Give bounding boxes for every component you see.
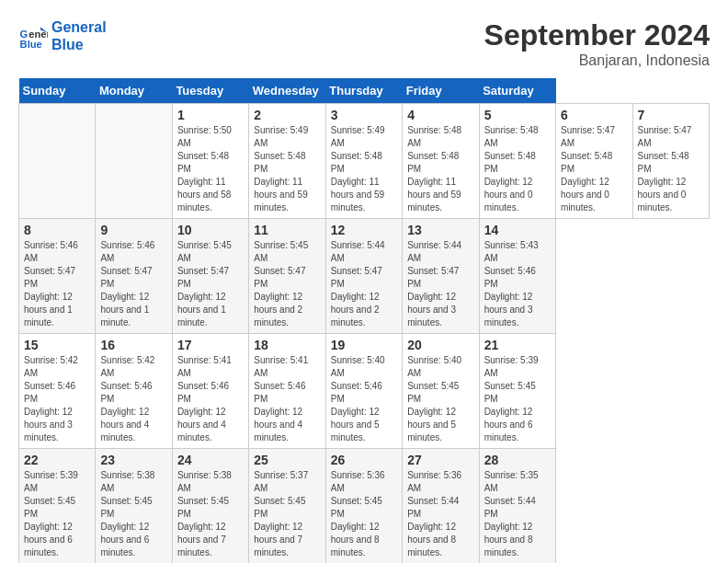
week-row-3: 15Sunrise: 5:42 AMSunset: 5:46 PMDayligh… [19,334,710,449]
day-cell: 24Sunrise: 5:38 AMSunset: 5:45 PMDayligh… [172,449,248,564]
week-row-4: 22Sunrise: 5:39 AMSunset: 5:45 PMDayligh… [19,449,710,564]
day-info: Sunrise: 5:37 AMSunset: 5:45 PMDaylight:… [254,469,320,559]
day-info: Sunrise: 5:47 AMSunset: 5:48 PMDaylight:… [561,124,627,214]
day-info: Sunrise: 5:45 AMSunset: 5:47 PMDaylight:… [254,239,320,329]
logo-text: GeneralBlue [51,18,107,53]
day-number: 23 [100,453,166,467]
day-number: 6 [561,108,627,122]
day-cell: 7Sunrise: 5:47 AMSunset: 5:48 PMDaylight… [632,104,710,219]
day-cell: 28Sunrise: 5:35 AMSunset: 5:44 PMDayligh… [479,449,555,564]
day-number: 14 [484,223,551,237]
svg-text:G: G [20,29,28,40]
day-cell: 8Sunrise: 5:46 AMSunset: 5:47 PMDaylight… [19,219,96,334]
col-header-wednesday: Wednesday [249,78,325,104]
day-info: Sunrise: 5:40 AMSunset: 5:45 PMDaylight:… [407,354,473,444]
col-header-saturday: Saturday [479,78,555,104]
day-cell: 27Sunrise: 5:36 AMSunset: 5:44 PMDayligh… [403,449,479,564]
day-info: Sunrise: 5:44 AMSunset: 5:47 PMDaylight:… [407,239,473,329]
week-row-2: 8Sunrise: 5:46 AMSunset: 5:47 PMDaylight… [19,219,710,334]
day-cell: 5Sunrise: 5:48 AMSunset: 5:48 PMDaylight… [479,104,555,219]
day-info: Sunrise: 5:38 AMSunset: 5:45 PMDaylight:… [177,469,244,559]
day-number: 21 [484,338,551,352]
day-number: 25 [254,453,320,467]
page-header: G eneral Blue GeneralBlue September 2024… [18,18,710,69]
location: Banjaran, Indonesia [484,52,710,69]
day-info: Sunrise: 5:44 AMSunset: 5:47 PMDaylight:… [331,239,397,329]
day-cell: 23Sunrise: 5:38 AMSunset: 5:45 PMDayligh… [96,449,172,564]
day-number: 3 [331,108,397,122]
day-number: 19 [331,338,397,352]
col-header-sunday: Sunday [19,78,96,104]
day-cell: 15Sunrise: 5:42 AMSunset: 5:46 PMDayligh… [19,334,96,449]
day-number: 8 [24,223,90,237]
day-cell: 9Sunrise: 5:46 AMSunset: 5:47 PMDaylight… [96,219,172,334]
col-header-friday: Friday [403,78,479,104]
day-cell: 14Sunrise: 5:43 AMSunset: 5:46 PMDayligh… [479,219,555,334]
day-number: 15 [24,338,90,352]
day-cell: 11Sunrise: 5:45 AMSunset: 5:47 PMDayligh… [249,219,325,334]
day-cell: 12Sunrise: 5:44 AMSunset: 5:47 PMDayligh… [325,219,402,334]
day-number: 17 [177,338,244,352]
day-number: 12 [331,223,397,237]
day-cell [19,104,96,219]
day-cell: 1Sunrise: 5:50 AMSunset: 5:48 PMDaylight… [172,104,248,219]
day-cell: 3Sunrise: 5:49 AMSunset: 5:48 PMDaylight… [325,104,402,219]
day-cell: 6Sunrise: 5:47 AMSunset: 5:48 PMDaylight… [556,104,632,219]
logo: G eneral Blue GeneralBlue [18,18,107,53]
day-number: 2 [254,108,320,122]
day-cell [96,104,172,219]
day-info: Sunrise: 5:46 AMSunset: 5:47 PMDaylight:… [100,239,166,329]
day-number: 26 [331,453,397,467]
day-number: 24 [177,453,244,467]
day-cell: 17Sunrise: 5:41 AMSunset: 5:46 PMDayligh… [172,334,248,449]
col-header-tuesday: Tuesday [172,78,248,104]
day-cell: 19Sunrise: 5:40 AMSunset: 5:46 PMDayligh… [325,334,402,449]
day-number: 27 [407,453,473,467]
day-info: Sunrise: 5:35 AMSunset: 5:44 PMDaylight:… [484,469,551,559]
day-info: Sunrise: 5:38 AMSunset: 5:45 PMDaylight:… [100,469,166,559]
day-number: 22 [24,453,90,467]
day-cell: 20Sunrise: 5:40 AMSunset: 5:45 PMDayligh… [403,334,479,449]
day-info: Sunrise: 5:41 AMSunset: 5:46 PMDaylight:… [177,354,244,444]
day-info: Sunrise: 5:49 AMSunset: 5:48 PMDaylight:… [331,124,397,214]
day-number: 16 [100,338,166,352]
day-cell: 2Sunrise: 5:49 AMSunset: 5:48 PMDaylight… [249,104,325,219]
day-info: Sunrise: 5:50 AMSunset: 5:48 PMDaylight:… [177,124,244,214]
day-cell: 21Sunrise: 5:39 AMSunset: 5:45 PMDayligh… [479,334,555,449]
day-number: 10 [177,223,244,237]
day-info: Sunrise: 5:40 AMSunset: 5:46 PMDaylight:… [331,354,397,444]
month-title: September 2024 [484,18,710,52]
day-info: Sunrise: 5:43 AMSunset: 5:46 PMDaylight:… [484,239,551,329]
day-number: 11 [254,223,320,237]
day-info: Sunrise: 5:39 AMSunset: 5:45 PMDaylight:… [484,354,551,444]
day-info: Sunrise: 5:48 AMSunset: 5:48 PMDaylight:… [407,124,473,214]
day-cell: 13Sunrise: 5:44 AMSunset: 5:47 PMDayligh… [403,219,479,334]
day-info: Sunrise: 5:42 AMSunset: 5:46 PMDaylight:… [100,354,166,444]
day-cell: 10Sunrise: 5:45 AMSunset: 5:47 PMDayligh… [172,219,248,334]
day-number: 1 [177,108,244,122]
day-cell: 18Sunrise: 5:41 AMSunset: 5:46 PMDayligh… [249,334,325,449]
day-cell: 25Sunrise: 5:37 AMSunset: 5:45 PMDayligh… [249,449,325,564]
day-number: 18 [254,338,320,352]
day-number: 28 [484,453,551,467]
day-number: 7 [638,108,705,122]
day-number: 5 [484,108,551,122]
day-cell: 22Sunrise: 5:39 AMSunset: 5:45 PMDayligh… [19,449,96,564]
day-number: 20 [407,338,473,352]
day-info: Sunrise: 5:48 AMSunset: 5:48 PMDaylight:… [484,124,551,214]
day-info: Sunrise: 5:45 AMSunset: 5:47 PMDaylight:… [177,239,244,329]
day-info: Sunrise: 5:36 AMSunset: 5:44 PMDaylight:… [407,469,473,559]
svg-text:Blue: Blue [20,39,42,50]
day-info: Sunrise: 5:36 AMSunset: 5:45 PMDaylight:… [331,469,397,559]
day-info: Sunrise: 5:49 AMSunset: 5:48 PMDaylight:… [254,124,320,214]
day-number: 9 [100,223,166,237]
day-info: Sunrise: 5:42 AMSunset: 5:46 PMDaylight:… [24,354,90,444]
day-info: Sunrise: 5:46 AMSunset: 5:47 PMDaylight:… [24,239,90,329]
day-cell: 26Sunrise: 5:36 AMSunset: 5:45 PMDayligh… [325,449,402,564]
calendar-table: SundayMondayTuesdayWednesdayThursdayFrid… [18,78,710,563]
col-header-thursday: Thursday [325,78,402,104]
title-block: September 2024 Banjaran, Indonesia [484,18,710,69]
svg-text:eneral: eneral [28,29,48,40]
day-info: Sunrise: 5:47 AMSunset: 5:48 PMDaylight:… [638,124,705,214]
day-info: Sunrise: 5:39 AMSunset: 5:45 PMDaylight:… [24,469,90,559]
